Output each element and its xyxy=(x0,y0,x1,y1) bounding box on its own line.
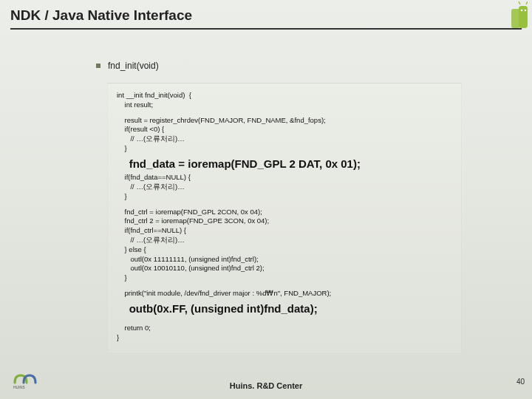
code-line: } else { xyxy=(117,245,452,255)
svg-point-3 xyxy=(525,10,527,12)
code-line: // …(오류처리)… xyxy=(117,183,452,192)
svg-line-4 xyxy=(519,1,520,4)
code-block: int __init fnd_init(void) { int result; … xyxy=(107,83,462,352)
footer-center-text: Huins. R&D Center xyxy=(0,381,532,390)
code-line-emph: outb(0x.FF, (unsigned int)fnd_data); xyxy=(117,301,452,316)
code-line: fnd_ctrl 2 = ioremap(FND_GPE 3CON, 0x 04… xyxy=(117,216,452,226)
svg-rect-1 xyxy=(511,9,520,28)
code-line: // …(오류처리)… xyxy=(117,134,452,144)
slide: NDK / Java Native Interface fnd_init(voi… xyxy=(0,0,532,399)
bullet-label: fnd_init(void) xyxy=(108,61,159,71)
bullet-square-icon xyxy=(96,64,100,68)
slide-title: NDK / Java Native Interface xyxy=(10,7,522,30)
android-icon xyxy=(491,1,528,31)
code-line: } xyxy=(117,273,452,283)
code-line: if(fnd_data==NULL) { xyxy=(117,173,452,183)
bullet-item: fnd_init(void) xyxy=(96,61,159,71)
code-line: outl(0x 10010110, (unsigned int)fnd_ctrl… xyxy=(117,264,452,273)
code-line: int result; xyxy=(117,100,452,110)
svg-point-2 xyxy=(521,10,523,12)
code-line: } xyxy=(117,333,452,343)
code-line: if(result <0) { xyxy=(117,125,452,134)
code-line: result = register_chrdev(FND_MAJOR, FND_… xyxy=(117,116,452,126)
code-line: } xyxy=(117,144,452,154)
page-number: 40 xyxy=(516,378,525,386)
code-line: } xyxy=(117,192,452,202)
code-line: return 0; xyxy=(117,324,452,333)
code-line: printk("init module, /dev/fnd_driver maj… xyxy=(117,289,452,299)
code-line: fnd_ctrl = ioremap(FND_GPL 2CON, 0x 04); xyxy=(117,208,452,217)
svg-line-5 xyxy=(526,1,528,4)
code-line: // …(오류처리)… xyxy=(117,236,452,245)
code-line-emph: fnd_data = ioremap(FND_GPL 2 DAT, 0x 01)… xyxy=(117,157,452,171)
code-line: outl(0x 11111111, (unsigned int)fnd_ctrl… xyxy=(117,255,452,265)
code-line: int __init fnd_init(void) { xyxy=(117,91,452,100)
code-line: if(fnd_ctrl==NULL) { xyxy=(117,226,452,236)
